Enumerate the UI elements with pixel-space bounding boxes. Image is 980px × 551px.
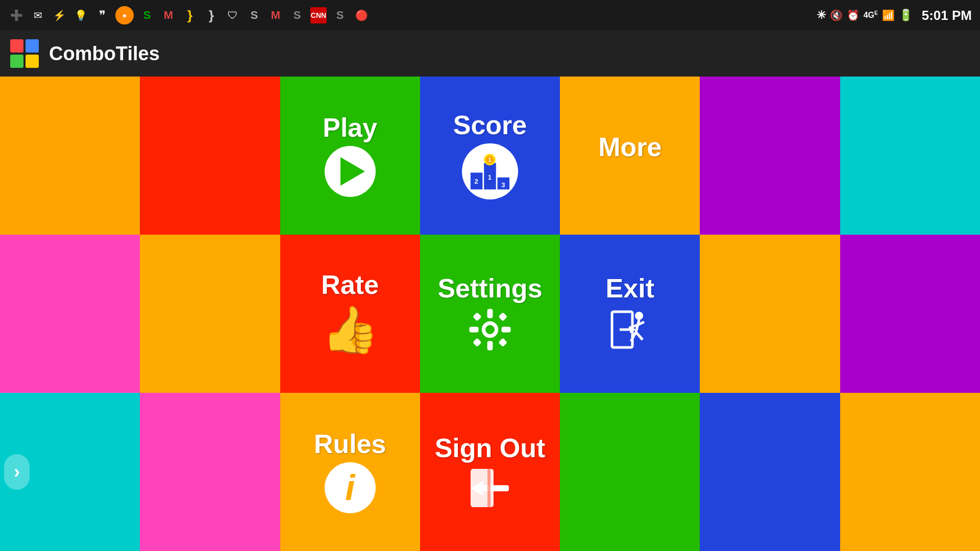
status-bar: ➕ ✉ ⚡ 💡 ❞ ● S M } } 🛡 S M S CNN S 🔴 ✳ 🔇 … [0,0,980,31]
svg-rect-29 [483,485,509,491]
tile-play[interactable]: Play [280,77,420,235]
svg-rect-18 [498,338,507,347]
battery-icon: 🔋 [899,9,913,22]
mail-icon: ✉ [30,7,46,23]
dot1 [604,165,617,178]
svg-point-20 [635,312,643,320]
nav-arrow-button[interactable]: › [4,454,30,490]
logo-tile-yellow [26,55,39,68]
thumbs-up-icon: 👍 [322,303,379,357]
gmail-icon: M [160,7,177,23]
tile-empty-r2c2 [140,235,280,393]
tile-empty-r3c5 [560,393,700,551]
status-icons-right: ✳ 🔇 ⏰ 4GE 📶 🔋 5:01 PM [817,8,972,23]
app-title: ComboTiles [49,43,160,65]
app-logo [10,39,39,68]
status-time: 5:01 PM [922,8,972,23]
logo-tile-blue [26,39,39,53]
info-letter: i [345,467,355,508]
rate-label: Rate [321,271,379,298]
alarm-icon: ⏰ [847,9,860,21]
shield-icon: 🛡 [225,7,241,23]
svg-text:2: 2 [475,178,478,185]
podium-svg: 2 1 3 1 [465,151,514,192]
lte-label: 4GE [864,10,878,20]
tile-rules[interactable]: Rules i [280,393,420,551]
svg-rect-17 [473,338,482,347]
exit-label: Exit [606,275,654,302]
tile-empty-r1c7 [840,77,980,235]
svg-point-10 [485,325,495,334]
add-icon: ➕ [8,7,24,23]
tile-settings[interactable]: Settings [420,235,560,393]
browser-icon: ● [115,6,134,24]
chevron-right-icon: › [14,461,20,483]
lightbulb-icon: 💡 [72,7,89,23]
score-icon: 2 1 3 1 [462,143,518,199]
tile-rate[interactable]: Rate 👍 [280,235,420,393]
dot3 [643,165,655,178]
signout-icon [468,466,511,510]
tile-empty-r2c6 [700,235,840,393]
app2-icon: S [246,7,262,23]
app1-icon: S [139,7,155,23]
quote-icon: ❞ [94,7,110,23]
status-icons-left: ➕ ✉ ⚡ 💡 ❞ ● S M } } 🛡 S M S CNN S 🔴 [8,6,370,24]
tile-empty-r1c1 [0,77,140,235]
svg-line-23 [636,332,643,340]
settings-label: Settings [437,275,542,302]
tile-empty-r3c6 [700,393,840,551]
tile-signout[interactable]: Sign Out [420,393,560,551]
tile-empty-r2c1 [0,235,140,393]
svg-rect-14 [501,327,510,333]
play-icon [325,146,376,197]
dot2 [624,165,636,178]
gmail2-icon: M [267,7,284,23]
score-label: Score [453,112,527,138]
gear-icon [467,307,513,353]
tile-exit[interactable]: Exit [560,235,700,393]
usb-icon: ⚡ [51,7,67,23]
rules-label: Rules [314,431,386,457]
svg-rect-12 [487,341,493,350]
app3-icon: S [289,7,305,23]
play-label: Play [323,114,377,141]
app4-icon: S [332,7,348,23]
info-icon: i [325,462,376,513]
play-triangle [340,157,365,186]
exit-icon [609,307,650,353]
tile-empty-r3c7 [840,393,980,551]
tile-nav-arrow[interactable]: › [0,393,140,551]
svg-text:1: 1 [488,157,492,163]
bracket2-icon: } [203,7,219,23]
svg-text:3: 3 [502,181,505,189]
svg-rect-15 [473,312,482,321]
tile-empty-r1c6 [700,77,840,235]
mute-icon: 🔇 [830,9,843,21]
svg-rect-31 [487,469,491,507]
tile-empty-r3c2 [140,393,280,551]
svg-rect-13 [469,327,478,333]
more-label: More [598,134,662,160]
bluetooth-icon: ✳ [817,9,826,22]
signout-label: Sign Out [435,435,546,461]
more-icon [604,165,655,178]
tile-empty-r1c2 [140,77,280,235]
bracket1-icon: } [182,7,198,23]
svg-rect-16 [498,312,507,321]
app-bar: ComboTiles [0,31,980,77]
tile-more[interactable]: More [560,77,700,235]
grid-container: Play Score 2 1 3 1 More [0,77,980,551]
signal-icon: 📶 [882,9,895,21]
logo-tile-red [10,39,23,53]
svg-text:1: 1 [488,173,492,181]
svg-rect-11 [487,309,493,318]
logo-tile-green [10,55,23,68]
stop-icon: 🔴 [353,7,370,23]
tile-score[interactable]: Score 2 1 3 1 [420,77,560,235]
cnn-icon: CNN [310,7,327,23]
tile-empty-r2c7 [840,235,980,393]
